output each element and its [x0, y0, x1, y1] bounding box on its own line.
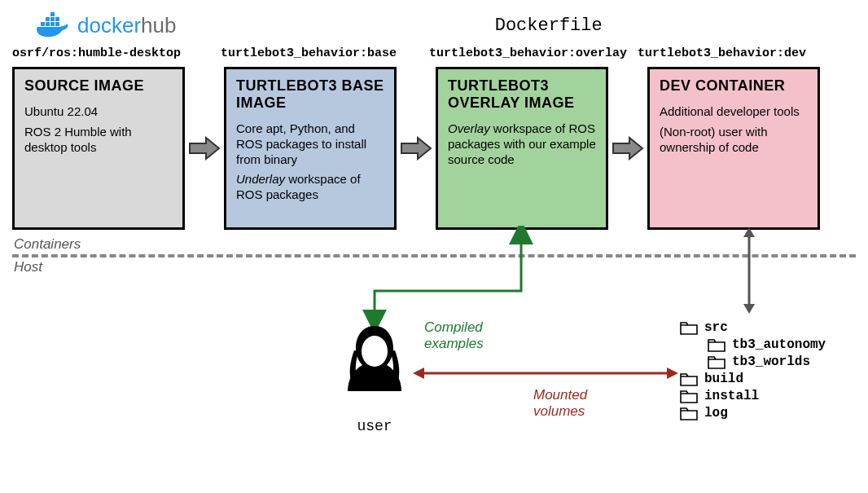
folder-src: src: [680, 320, 826, 335]
arrow-right-icon: [610, 136, 646, 161]
folder-log: log: [680, 406, 826, 420]
svg-rect-6: [55, 17, 59, 21]
box-text: ROS 2 Humble with desktop tools: [24, 125, 173, 156]
box-text: Additional developer tools: [660, 104, 808, 120]
box-source-image: SOURCE IMAGE Ubuntu 22.04 ROS 2 Humble w…: [12, 67, 185, 230]
dockerhub-logo: dockerhub: [37, 12, 176, 38]
tag-source: osrf/ros:humble-desktop: [12, 46, 224, 60]
arrow-1: [185, 67, 224, 230]
box-title: DEV CONTAINER: [660, 77, 808, 95]
folder-icon: [680, 321, 698, 335]
compiled-examples-label: Compiled examples: [424, 319, 498, 353]
svg-rect-3: [55, 22, 59, 26]
folder-icon: [680, 407, 698, 420]
box-base-image: TURTLEBOT3 BASE IMAGE Core apt, Python, …: [224, 67, 397, 230]
box-title: SOURCE IMAGE: [24, 77, 173, 95]
arrow-right-icon: [398, 136, 434, 161]
tag-base: turtlebot3_behavior:base: [221, 46, 432, 60]
folder-install: install: [680, 389, 826, 403]
arrow-3: [608, 67, 647, 230]
tag-dev: turtlebot3_behavior:dev: [638, 46, 849, 60]
arrow-right-icon: [186, 136, 222, 161]
arrow-compiled-examples: [362, 226, 533, 332]
folder-build: build: [680, 372, 826, 386]
folder-icon: [680, 390, 698, 403]
box-title: TURTLEBOT3 OVERLAY IMAGE: [448, 77, 596, 112]
box-dev-container: DEV CONTAINER Additional developer tools…: [647, 67, 820, 230]
docker-whale-icon: [37, 12, 72, 38]
dockerfile-title: Dockerfile: [241, 15, 856, 36]
folder-icon: [708, 355, 726, 369]
svg-rect-4: [46, 17, 50, 21]
box-text: Core apt, Python, and ROS packages to in…: [236, 121, 384, 167]
box-text: Ubuntu 22.04: [24, 104, 173, 120]
folder-icon: [680, 372, 698, 386]
svg-rect-1: [46, 22, 50, 26]
folder-tb3-worlds: tb3_worlds: [708, 354, 826, 369]
user-label: user: [338, 418, 411, 434]
box-text: Overlay workspace of ROS packages with o…: [448, 121, 596, 167]
svg-rect-2: [50, 22, 55, 26]
box-text: (Non-root) user with ownership of code: [660, 125, 808, 156]
folder-tb3-autonomy: tb3_autonomy: [708, 337, 826, 352]
arrow-dev-host: [737, 226, 761, 315]
svg-rect-5: [50, 17, 55, 21]
file-tree: src tb3_autonomy tb3_worlds build instal…: [680, 318, 826, 423]
box-title: TURTLEBOT3 BASE IMAGE: [236, 77, 384, 112]
arrow-2: [397, 67, 436, 230]
svg-point-8: [362, 336, 388, 367]
docker-text: dockerhub: [77, 13, 176, 38]
tag-overlay: turtlebot3_behavior:overlay: [429, 46, 641, 60]
box-overlay-image: TURTLEBOT3 OVERLAY IMAGE Overlay workspa…: [436, 67, 608, 230]
folder-icon: [708, 338, 726, 352]
svg-rect-0: [41, 22, 45, 26]
box-text: Underlay workspace of ROS packages: [236, 172, 384, 203]
svg-rect-7: [50, 12, 55, 16]
arrow-mounted-volumes: [411, 365, 680, 381]
mounted-volumes-label: Mounted volumes: [533, 387, 598, 420]
user-icon: [338, 322, 411, 412]
